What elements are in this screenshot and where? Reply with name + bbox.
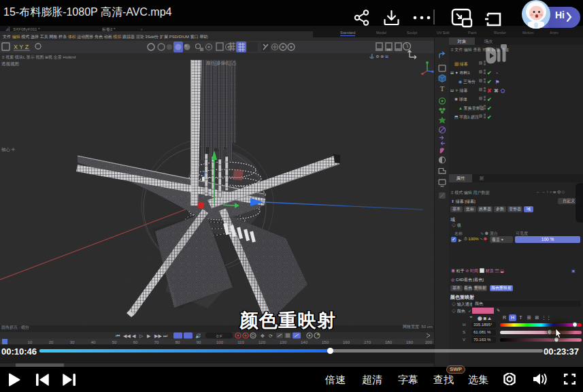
svg-text:⚑: ⚑ bbox=[495, 80, 499, 84]
svg-text:⟳: ⟳ bbox=[269, 333, 273, 338]
svg-text:⬠: ⬠ bbox=[500, 88, 505, 93]
svg-text:✔: ✔ bbox=[487, 105, 492, 112]
svg-text:⏭: ⏭ bbox=[163, 333, 167, 338]
svg-text:30: 30 bbox=[70, 340, 75, 344]
svg-text:✖: ✖ bbox=[494, 88, 499, 94]
svg-text:120: 120 bbox=[259, 340, 266, 344]
svg-text:170: 170 bbox=[364, 340, 371, 344]
svg-text:50: 50 bbox=[112, 340, 117, 344]
svg-text:140: 140 bbox=[301, 340, 308, 344]
svg-text:⏮: ⏮ bbox=[116, 333, 120, 338]
svg-text:90: 90 bbox=[197, 340, 201, 344]
svg-text:40: 40 bbox=[91, 340, 96, 344]
svg-text:T: T bbox=[440, 85, 445, 93]
svg-text:✔: ✔ bbox=[487, 97, 492, 103]
svg-text:100: 100 bbox=[216, 340, 224, 344]
svg-text:60: 60 bbox=[133, 340, 138, 344]
svg-text:110: 110 bbox=[237, 340, 244, 344]
svg-text:20: 20 bbox=[49, 340, 54, 344]
svg-text:X Y Z: X Y Z bbox=[14, 44, 29, 50]
svg-text:◀: ◀ bbox=[132, 333, 136, 338]
svg-text:✔: ✔ bbox=[487, 79, 492, 85]
svg-text:70: 70 bbox=[154, 340, 159, 344]
svg-text:✥: ✥ bbox=[261, 333, 265, 338]
svg-text:▶▶: ▶▶ bbox=[154, 333, 162, 338]
svg-text:200: 200 bbox=[425, 340, 433, 344]
svg-text:160: 160 bbox=[343, 340, 350, 344]
svg-text:80: 80 bbox=[176, 340, 180, 344]
svg-text:0 F: 0 F bbox=[216, 334, 222, 338]
svg-text:▶: ▶ bbox=[147, 333, 151, 338]
svg-text:✘: ✘ bbox=[487, 88, 492, 94]
svg-text:✔: ✔ bbox=[487, 114, 492, 120]
svg-text:颜色[摄像机] 凸: 颜色[摄像机] 凸 bbox=[206, 61, 236, 66]
svg-text:◀◀: ◀◀ bbox=[123, 333, 131, 338]
svg-text:10: 10 bbox=[28, 340, 33, 344]
svg-text:轴心 ✛: 轴心 ✛ bbox=[1, 147, 15, 152]
svg-text:180: 180 bbox=[385, 340, 393, 344]
svg-text:150: 150 bbox=[322, 340, 329, 344]
svg-text:🔊: 🔊 bbox=[195, 333, 201, 339]
svg-text:透视视图: 透视视图 bbox=[1, 61, 19, 67]
svg-text:▷: ▷ bbox=[139, 333, 144, 338]
svg-text:130: 130 bbox=[280, 340, 287, 344]
svg-text:190: 190 bbox=[406, 340, 414, 344]
